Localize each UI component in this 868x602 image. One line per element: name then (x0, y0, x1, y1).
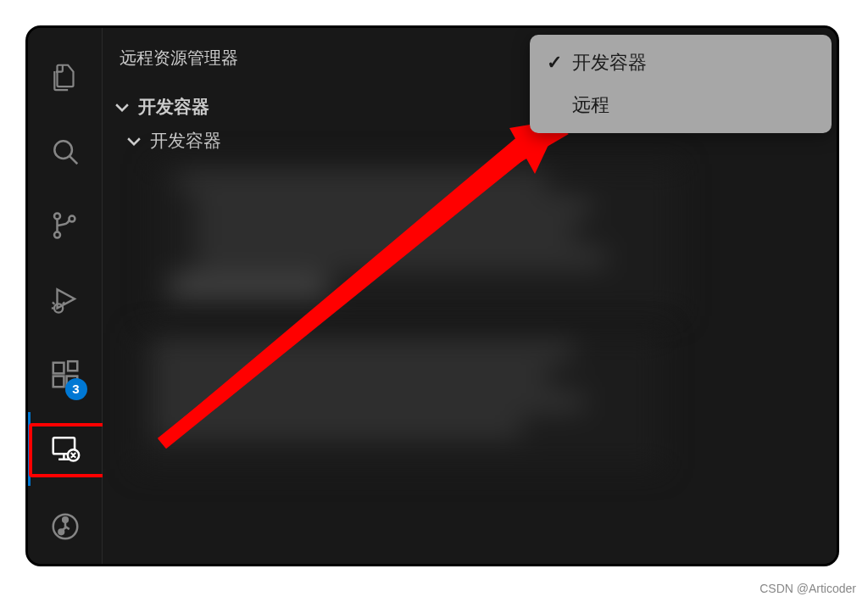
dropdown-label: 开发容器 (572, 50, 647, 75)
explorer-tab[interactable] (28, 40, 103, 114)
extensions-tab[interactable]: 3 (28, 337, 103, 412)
svg-rect-12 (68, 361, 77, 371)
blurred-content (153, 164, 679, 316)
run-debug-tab[interactable] (28, 263, 103, 337)
git-graph-tab[interactable] (28, 489, 103, 564)
remote-explorer-icon (49, 432, 81, 465)
extensions-badge: 3 (65, 378, 87, 400)
svg-point-2 (54, 214, 60, 220)
search-tab[interactable] (28, 114, 103, 189)
blurred-content (136, 333, 662, 469)
branch-icon (49, 209, 81, 242)
play-bug-icon (49, 284, 81, 316)
source-control-tab[interactable] (28, 188, 103, 263)
editor-window: 3 远程资源管理器 (25, 25, 839, 566)
check-icon: ✓ (543, 52, 565, 74)
remote-type-dropdown: ✓ 开发容器 远程 (530, 35, 832, 133)
remote-explorer-tab[interactable] (28, 412, 103, 487)
watermark-text: CSDN @Articoder (760, 582, 856, 595)
svg-point-0 (54, 141, 72, 159)
svg-point-3 (54, 232, 60, 238)
svg-point-18 (63, 517, 68, 522)
dropdown-item-remote[interactable]: 远程 (530, 84, 832, 126)
dropdown-label: 远程 (572, 92, 609, 118)
activity-bar: 3 (28, 28, 103, 564)
svg-rect-10 (53, 376, 64, 387)
search-icon (49, 136, 81, 168)
svg-rect-9 (53, 362, 64, 373)
svg-line-1 (70, 156, 77, 164)
git-icon (49, 510, 81, 543)
chevron-down-icon (113, 98, 131, 116)
svg-line-6 (52, 302, 53, 304)
tree-child-label: 开发容器 (150, 129, 221, 153)
chevron-down-icon (125, 131, 143, 150)
svg-line-7 (62, 302, 64, 304)
files-icon (49, 61, 81, 93)
remote-explorer-panel: 远程资源管理器 开发容器 开发容器 (103, 28, 837, 564)
tree-root-label: 开发容器 (138, 95, 209, 119)
dropdown-item-dev-container[interactable]: ✓ 开发容器 (530, 42, 832, 84)
